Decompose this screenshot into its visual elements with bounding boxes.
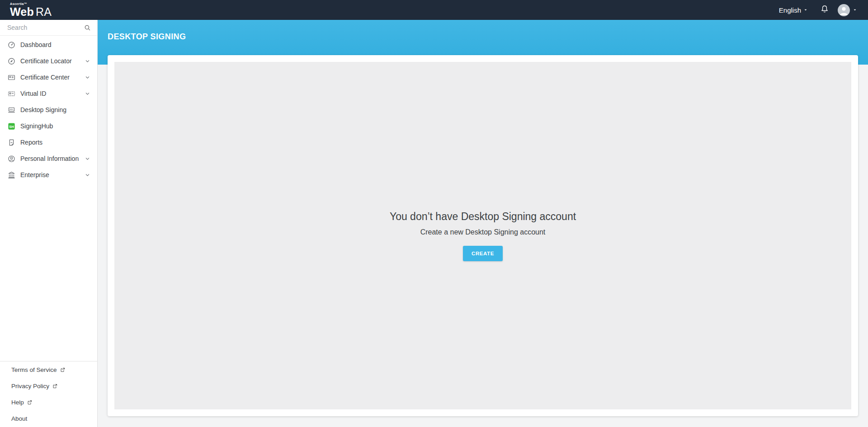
caret-down-icon <box>803 8 808 12</box>
sidebar-item-certificate-locator[interactable]: Certificate Locator <box>0 53 97 69</box>
sidebar-item-label: Certificate Locator <box>20 57 84 65</box>
person-circle-icon <box>7 155 16 163</box>
sidebar-item-virtual-id[interactable]: Virtual ID <box>0 85 97 102</box>
create-button[interactable]: CREATE <box>463 246 503 261</box>
topbar-actions: English <box>779 4 868 16</box>
footer-link-label: Help <box>11 399 24 406</box>
user-menu[interactable] <box>838 4 857 16</box>
external-link-icon <box>60 367 66 373</box>
sidebar-search <box>0 20 97 36</box>
main-content: DESKTOP SIGNING You don’t have Desktop S… <box>98 20 868 427</box>
search-input[interactable] <box>0 20 97 35</box>
sidebar-item-label: Desktop Signing <box>20 106 91 113</box>
chevron-down-icon <box>84 74 91 81</box>
empty-state-heading: You don’t have Desktop Signing account <box>390 211 576 223</box>
certificate-card-icon <box>7 73 16 82</box>
chevron-down-icon <box>84 155 91 162</box>
sidebar-item-label: Certificate Center <box>20 74 84 81</box>
chevron-down-icon <box>84 172 91 178</box>
chevron-down-icon <box>84 90 91 97</box>
brand-name-web: Web <box>10 5 34 18</box>
sidebar-item-label: Virtual ID <box>20 90 84 97</box>
svg-text:SH: SH <box>9 124 14 128</box>
sidebar-item-label: Personal Information <box>20 155 84 162</box>
bank-icon <box>7 171 16 179</box>
sidebar-item-label: Dashboard <box>20 41 91 48</box>
avatar <box>838 4 850 16</box>
sidebar-item-label: Reports <box>20 139 91 146</box>
notifications-button[interactable] <box>820 4 830 16</box>
sidebar-item-certificate-center[interactable]: Certificate Center <box>0 69 97 85</box>
empty-state-panel: You don’t have Desktop Signing account C… <box>114 62 851 409</box>
footer-link-about[interactable]: About <box>0 410 97 427</box>
sidebar-item-desktop-signing[interactable]: Desktop Signing <box>0 102 97 118</box>
footer-link-help[interactable]: Help <box>0 394 97 410</box>
language-selector[interactable]: English <box>779 6 808 14</box>
sidebar-item-label: SigningHub <box>20 122 91 130</box>
footer-link-terms-of-service[interactable]: Terms of Service <box>0 361 97 378</box>
empty-state-subheading: Create a new Desktop Signing account <box>420 228 546 236</box>
sidebar-item-signinghub[interactable]: SHSigningHub <box>0 118 97 134</box>
virtual-id-card-icon <box>7 89 16 98</box>
sidebar-item-label: Enterprise <box>20 171 84 178</box>
topbar: Ascertia™ WebRA English <box>0 0 868 20</box>
caret-down-icon <box>853 8 857 12</box>
content-card: You don’t have Desktop Signing account C… <box>108 55 858 416</box>
search-icon <box>84 24 91 32</box>
page-title: DESKTOP SIGNING <box>108 32 868 42</box>
bell-icon <box>820 4 830 16</box>
sidebar-item-dashboard[interactable]: Dashboard <box>0 37 97 53</box>
avatar-person-icon <box>838 4 850 16</box>
brand-supertext: Ascertia™ <box>10 2 52 5</box>
language-label: English <box>779 6 801 14</box>
sidebar-footer: Terms of ServicePrivacy PolicyHelpAbout <box>0 361 97 427</box>
compass-icon <box>7 57 16 66</box>
brand-name: WebRA <box>10 6 52 18</box>
external-link-icon <box>52 383 58 389</box>
brand-logo[interactable]: Ascertia™ WebRA <box>0 2 52 18</box>
sidebar-nav: DashboardCertificate LocatorCertificate … <box>0 36 97 183</box>
footer-link-label: Privacy Policy <box>11 383 49 389</box>
sidebar: DashboardCertificate LocatorCertificate … <box>0 20 98 427</box>
sidebar-item-enterprise[interactable]: Enterprise <box>0 167 97 183</box>
desktop-signing-icon <box>7 106 16 114</box>
footer-link-label: Terms of Service <box>11 366 57 373</box>
dashboard-gauge-icon <box>7 41 16 49</box>
sidebar-item-personal-information[interactable]: Personal Information <box>0 150 97 167</box>
brand-name-ra: RA <box>36 5 52 18</box>
chevron-down-icon <box>84 58 91 65</box>
footer-link-label: About <box>11 415 27 422</box>
footer-link-privacy-policy[interactable]: Privacy Policy <box>0 378 97 394</box>
report-document-icon <box>7 138 16 147</box>
sidebar-item-reports[interactable]: Reports <box>0 134 97 150</box>
external-link-icon <box>27 399 33 405</box>
signinghub-icon: SH <box>7 122 16 131</box>
